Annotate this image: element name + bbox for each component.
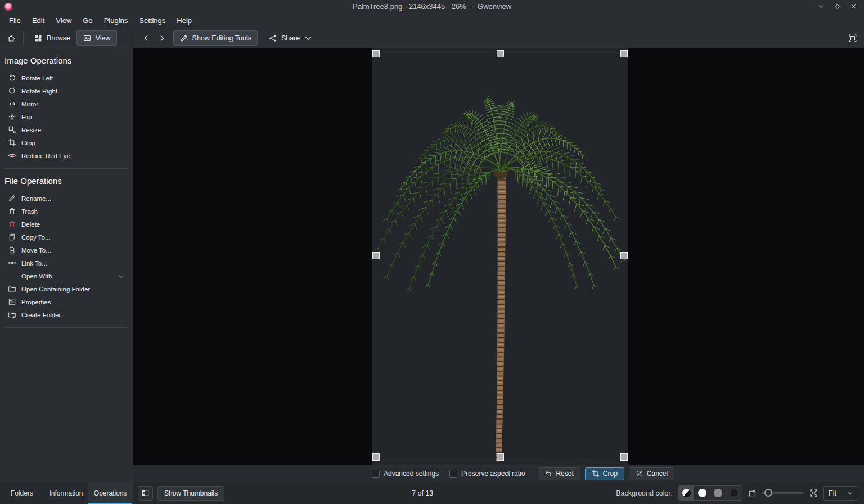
advanced-settings-checkbox[interactable]: Advanced settings [372, 470, 439, 478]
crop-handle-middle-left[interactable] [372, 252, 380, 259]
share-icon [268, 34, 277, 43]
toggle-sidebar-button[interactable] [138, 486, 153, 501]
crop-handle-top-right[interactable] [620, 50, 628, 57]
chevron-right-icon [158, 34, 166, 43]
menu-view[interactable]: View [50, 14, 77, 28]
menu-settings[interactable]: Settings [133, 14, 171, 28]
operation-copy-to[interactable]: Copy To... [0, 231, 133, 244]
share-button[interactable]: Share [262, 30, 319, 46]
operation-crop[interactable]: Crop [0, 136, 133, 149]
zoom-mode-select[interactable]: Fit [824, 486, 858, 501]
tab-label: Information [49, 489, 83, 497]
chevron-left-icon [142, 34, 151, 43]
operation-create-folder[interactable]: Create Folder... [0, 308, 133, 321]
operation-rotate-left[interactable]: Rotate Left [0, 71, 133, 84]
toolbar-separator [23, 32, 24, 44]
file-operations-list: Rename... Trash Delete Copy T [0, 192, 133, 321]
operation-link-to[interactable]: Link To... [0, 256, 133, 269]
fullscreen-icon [848, 34, 857, 43]
browse-mode-button[interactable]: Browse [28, 30, 76, 46]
operation-delete[interactable]: Delete [0, 218, 133, 231]
crop-icon [592, 470, 600, 478]
operation-label: Rename... [21, 195, 51, 202]
background-color-gray[interactable] [710, 486, 726, 500]
sidebar-panel-icon [141, 489, 150, 497]
pencil-icon [179, 34, 188, 43]
reset-label: Reset [556, 470, 573, 478]
resize-icon [8, 125, 16, 134]
operation-reduce-red-eye[interactable]: Reduce Red Eye [0, 149, 133, 162]
minimize-icon[interactable] [817, 3, 825, 10]
operation-label: Copy To... [21, 234, 51, 241]
preserve-aspect-ratio-label: Preserve aspect ratio [461, 470, 525, 478]
flip-icon [8, 112, 16, 121]
crop-handle-middle-right[interactable] [620, 252, 628, 259]
tab-label: Folders [11, 489, 33, 497]
operation-label: Rotate Left [21, 75, 53, 82]
mirror-icon [8, 100, 16, 108]
crop-handle-top-center[interactable] [497, 50, 504, 57]
color-dot-icon [714, 489, 722, 497]
zoom-fit-icon[interactable] [748, 489, 757, 497]
background-color-label: Background color: [616, 489, 673, 497]
image-icon [83, 34, 92, 43]
previous-image-button[interactable] [138, 30, 154, 46]
menu-help[interactable]: Help [171, 14, 197, 28]
maximize-icon[interactable] [834, 3, 841, 10]
image-counter: 7 of 13 [412, 489, 433, 497]
show-thumbnails-label: Show Thumbnails [164, 489, 218, 497]
crop-rectangle [372, 50, 628, 461]
crop-handle-top-left[interactable] [372, 50, 380, 57]
cancel-label: Cancel [647, 470, 668, 478]
zoom-slider-handle[interactable] [764, 489, 772, 497]
operation-rename[interactable]: Rename... [0, 192, 133, 205]
tab-folders[interactable]: Folders [0, 482, 44, 504]
background-color-white[interactable] [695, 486, 710, 500]
rename-icon [8, 194, 16, 202]
operation-open-with[interactable]: Open With [0, 269, 133, 282]
zoom-actual-size-icon[interactable] [809, 489, 818, 497]
menu-go[interactable]: Go [77, 14, 98, 28]
home-button[interactable] [3, 30, 19, 46]
zoom-slider[interactable] [762, 492, 804, 494]
fullscreen-button[interactable] [845, 30, 861, 46]
editing-tools-label: Show Editing Tools [192, 34, 251, 42]
menu-edit[interactable]: Edit [26, 14, 50, 28]
show-thumbnails-button[interactable]: Show Thumbnails [158, 486, 224, 501]
background-color-auto[interactable] [679, 486, 695, 500]
menu-file[interactable]: File [3, 14, 26, 28]
move-icon [8, 246, 16, 254]
background-color-black[interactable] [726, 486, 742, 500]
preserve-aspect-ratio-checkbox[interactable]: Preserve aspect ratio [449, 470, 525, 478]
copy-icon [8, 233, 16, 241]
next-image-button[interactable] [154, 30, 170, 46]
operation-label: Flip [21, 114, 32, 120]
operation-trash[interactable]: Trash [0, 205, 133, 218]
color-dot-icon [730, 489, 739, 497]
crop-button[interactable]: Crop [585, 467, 624, 480]
tab-information[interactable]: Information [44, 482, 89, 504]
operation-flip[interactable]: Flip [0, 110, 133, 123]
operation-resize[interactable]: Resize [0, 123, 133, 136]
advanced-settings-label: Advanced settings [384, 470, 439, 478]
operation-open-containing-folder[interactable]: Open Containing Folder [0, 282, 133, 295]
operation-properties[interactable]: Properties [0, 295, 133, 308]
tab-operations[interactable]: Operations [88, 482, 133, 504]
chevron-down-icon [304, 34, 313, 43]
menu-plugins[interactable]: Plugins [98, 14, 134, 28]
tab-label: Operations [94, 489, 127, 497]
crop-handle-bottom-right[interactable] [620, 453, 628, 461]
cancel-button[interactable]: Cancel [629, 467, 674, 480]
operation-rotate-right[interactable]: Rotate Right [0, 84, 133, 97]
crop-handle-bottom-center[interactable] [497, 453, 504, 461]
operation-label: Properties [21, 299, 51, 305]
operation-move-to[interactable]: Move To... [0, 244, 133, 256]
show-editing-tools-button[interactable]: Show Editing Tools [173, 30, 258, 46]
reset-button[interactable]: Reset [538, 467, 580, 480]
view-mode-button[interactable]: View [76, 30, 117, 46]
folder-open-icon [8, 285, 16, 293]
close-icon[interactable] [850, 3, 857, 10]
crop-handle-bottom-left[interactable] [372, 453, 380, 461]
operation-mirror[interactable]: Mirror [0, 97, 133, 110]
operation-label: Mirror [21, 101, 38, 107]
